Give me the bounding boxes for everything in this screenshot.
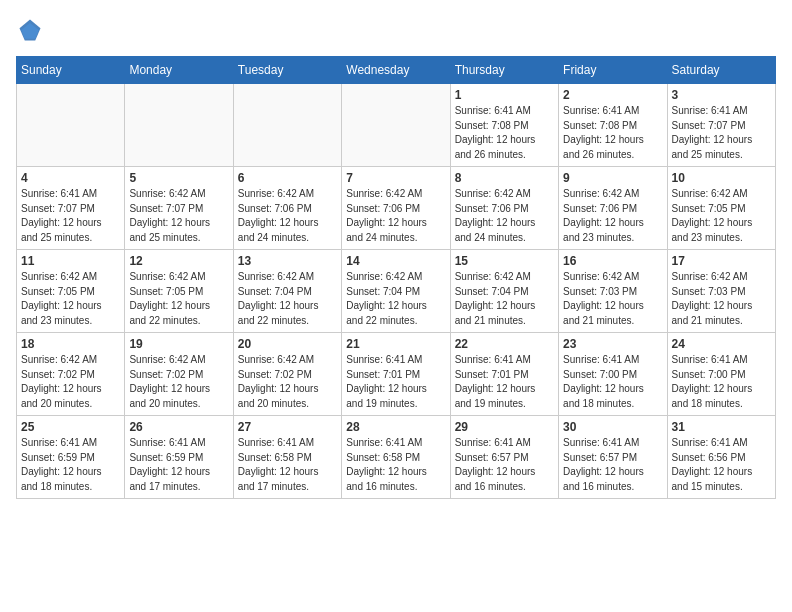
day-number: 2 <box>563 88 662 102</box>
calendar-cell: 26Sunrise: 6:41 AMSunset: 6:59 PMDayligh… <box>125 416 233 499</box>
day-info: Sunrise: 6:41 AMSunset: 6:58 PMDaylight:… <box>238 436 337 494</box>
day-number: 31 <box>672 420 771 434</box>
calendar-week-1: 1Sunrise: 6:41 AMSunset: 7:08 PMDaylight… <box>17 84 776 167</box>
calendar-cell <box>125 84 233 167</box>
day-number: 18 <box>21 337 120 351</box>
calendar-cell <box>342 84 450 167</box>
day-info: Sunrise: 6:41 AMSunset: 7:01 PMDaylight:… <box>346 353 445 411</box>
calendar-cell: 16Sunrise: 6:42 AMSunset: 7:03 PMDayligh… <box>559 250 667 333</box>
calendar-cell: 8Sunrise: 6:42 AMSunset: 7:06 PMDaylight… <box>450 167 558 250</box>
calendar-cell: 30Sunrise: 6:41 AMSunset: 6:57 PMDayligh… <box>559 416 667 499</box>
day-info: Sunrise: 6:42 AMSunset: 7:03 PMDaylight:… <box>672 270 771 328</box>
calendar-cell: 22Sunrise: 6:41 AMSunset: 7:01 PMDayligh… <box>450 333 558 416</box>
day-info: Sunrise: 6:41 AMSunset: 7:07 PMDaylight:… <box>21 187 120 245</box>
day-info: Sunrise: 6:41 AMSunset: 6:57 PMDaylight:… <box>563 436 662 494</box>
day-info: Sunrise: 6:41 AMSunset: 7:07 PMDaylight:… <box>672 104 771 162</box>
calendar-cell: 5Sunrise: 6:42 AMSunset: 7:07 PMDaylight… <box>125 167 233 250</box>
day-number: 26 <box>129 420 228 434</box>
day-number: 30 <box>563 420 662 434</box>
calendar-cell: 13Sunrise: 6:42 AMSunset: 7:04 PMDayligh… <box>233 250 341 333</box>
day-info: Sunrise: 6:42 AMSunset: 7:06 PMDaylight:… <box>455 187 554 245</box>
day-info: Sunrise: 6:42 AMSunset: 7:02 PMDaylight:… <box>238 353 337 411</box>
day-number: 25 <box>21 420 120 434</box>
day-number: 5 <box>129 171 228 185</box>
day-number: 12 <box>129 254 228 268</box>
day-header-monday: Monday <box>125 57 233 84</box>
day-info: Sunrise: 6:42 AMSunset: 7:05 PMDaylight:… <box>672 187 771 245</box>
calendar-cell: 14Sunrise: 6:42 AMSunset: 7:04 PMDayligh… <box>342 250 450 333</box>
day-info: Sunrise: 6:41 AMSunset: 7:00 PMDaylight:… <box>672 353 771 411</box>
day-number: 29 <box>455 420 554 434</box>
day-number: 19 <box>129 337 228 351</box>
day-number: 14 <box>346 254 445 268</box>
calendar-cell <box>17 84 125 167</box>
calendar-cell: 1Sunrise: 6:41 AMSunset: 7:08 PMDaylight… <box>450 84 558 167</box>
calendar-week-5: 25Sunrise: 6:41 AMSunset: 6:59 PMDayligh… <box>17 416 776 499</box>
day-info: Sunrise: 6:41 AMSunset: 6:58 PMDaylight:… <box>346 436 445 494</box>
calendar-cell: 6Sunrise: 6:42 AMSunset: 7:06 PMDaylight… <box>233 167 341 250</box>
calendar-cell: 27Sunrise: 6:41 AMSunset: 6:58 PMDayligh… <box>233 416 341 499</box>
day-number: 8 <box>455 171 554 185</box>
day-info: Sunrise: 6:42 AMSunset: 7:02 PMDaylight:… <box>21 353 120 411</box>
calendar-cell: 19Sunrise: 6:42 AMSunset: 7:02 PMDayligh… <box>125 333 233 416</box>
day-number: 13 <box>238 254 337 268</box>
day-info: Sunrise: 6:42 AMSunset: 7:07 PMDaylight:… <box>129 187 228 245</box>
day-info: Sunrise: 6:41 AMSunset: 6:59 PMDaylight:… <box>129 436 228 494</box>
day-number: 17 <box>672 254 771 268</box>
day-header-tuesday: Tuesday <box>233 57 341 84</box>
calendar-cell: 3Sunrise: 6:41 AMSunset: 7:07 PMDaylight… <box>667 84 775 167</box>
calendar-cell: 10Sunrise: 6:42 AMSunset: 7:05 PMDayligh… <box>667 167 775 250</box>
calendar-cell: 11Sunrise: 6:42 AMSunset: 7:05 PMDayligh… <box>17 250 125 333</box>
page-header <box>16 16 776 44</box>
calendar-cell: 21Sunrise: 6:41 AMSunset: 7:01 PMDayligh… <box>342 333 450 416</box>
day-info: Sunrise: 6:41 AMSunset: 6:57 PMDaylight:… <box>455 436 554 494</box>
day-number: 11 <box>21 254 120 268</box>
day-header-sunday: Sunday <box>17 57 125 84</box>
day-number: 21 <box>346 337 445 351</box>
calendar-cell: 23Sunrise: 6:41 AMSunset: 7:00 PMDayligh… <box>559 333 667 416</box>
calendar-cell: 25Sunrise: 6:41 AMSunset: 6:59 PMDayligh… <box>17 416 125 499</box>
calendar-cell: 18Sunrise: 6:42 AMSunset: 7:02 PMDayligh… <box>17 333 125 416</box>
logo <box>16 16 48 44</box>
calendar-cell <box>233 84 341 167</box>
day-info: Sunrise: 6:41 AMSunset: 7:08 PMDaylight:… <box>563 104 662 162</box>
day-number: 27 <box>238 420 337 434</box>
day-number: 10 <box>672 171 771 185</box>
calendar-week-2: 4Sunrise: 6:41 AMSunset: 7:07 PMDaylight… <box>17 167 776 250</box>
day-info: Sunrise: 6:42 AMSunset: 7:03 PMDaylight:… <box>563 270 662 328</box>
calendar-cell: 15Sunrise: 6:42 AMSunset: 7:04 PMDayligh… <box>450 250 558 333</box>
calendar-cell: 9Sunrise: 6:42 AMSunset: 7:06 PMDaylight… <box>559 167 667 250</box>
day-number: 20 <box>238 337 337 351</box>
calendar-week-4: 18Sunrise: 6:42 AMSunset: 7:02 PMDayligh… <box>17 333 776 416</box>
day-header-saturday: Saturday <box>667 57 775 84</box>
day-info: Sunrise: 6:42 AMSunset: 7:06 PMDaylight:… <box>563 187 662 245</box>
calendar-cell: 17Sunrise: 6:42 AMSunset: 7:03 PMDayligh… <box>667 250 775 333</box>
day-number: 3 <box>672 88 771 102</box>
day-info: Sunrise: 6:42 AMSunset: 7:04 PMDaylight:… <box>238 270 337 328</box>
day-info: Sunrise: 6:42 AMSunset: 7:02 PMDaylight:… <box>129 353 228 411</box>
day-info: Sunrise: 6:41 AMSunset: 7:08 PMDaylight:… <box>455 104 554 162</box>
calendar-cell: 12Sunrise: 6:42 AMSunset: 7:05 PMDayligh… <box>125 250 233 333</box>
day-number: 6 <box>238 171 337 185</box>
calendar-cell: 2Sunrise: 6:41 AMSunset: 7:08 PMDaylight… <box>559 84 667 167</box>
day-info: Sunrise: 6:42 AMSunset: 7:06 PMDaylight:… <box>346 187 445 245</box>
day-info: Sunrise: 6:41 AMSunset: 6:56 PMDaylight:… <box>672 436 771 494</box>
day-number: 22 <box>455 337 554 351</box>
day-info: Sunrise: 6:42 AMSunset: 7:05 PMDaylight:… <box>21 270 120 328</box>
day-number: 1 <box>455 88 554 102</box>
day-number: 23 <box>563 337 662 351</box>
day-info: Sunrise: 6:42 AMSunset: 7:04 PMDaylight:… <box>455 270 554 328</box>
day-number: 15 <box>455 254 554 268</box>
day-number: 28 <box>346 420 445 434</box>
calendar-cell: 7Sunrise: 6:42 AMSunset: 7:06 PMDaylight… <box>342 167 450 250</box>
day-info: Sunrise: 6:42 AMSunset: 7:05 PMDaylight:… <box>129 270 228 328</box>
calendar-cell: 20Sunrise: 6:42 AMSunset: 7:02 PMDayligh… <box>233 333 341 416</box>
calendar-cell: 24Sunrise: 6:41 AMSunset: 7:00 PMDayligh… <box>667 333 775 416</box>
day-number: 7 <box>346 171 445 185</box>
calendar-week-3: 11Sunrise: 6:42 AMSunset: 7:05 PMDayligh… <box>17 250 776 333</box>
calendar-cell: 4Sunrise: 6:41 AMSunset: 7:07 PMDaylight… <box>17 167 125 250</box>
day-header-friday: Friday <box>559 57 667 84</box>
day-info: Sunrise: 6:42 AMSunset: 7:04 PMDaylight:… <box>346 270 445 328</box>
day-number: 24 <box>672 337 771 351</box>
calendar-table: SundayMondayTuesdayWednesdayThursdayFrid… <box>16 56 776 499</box>
